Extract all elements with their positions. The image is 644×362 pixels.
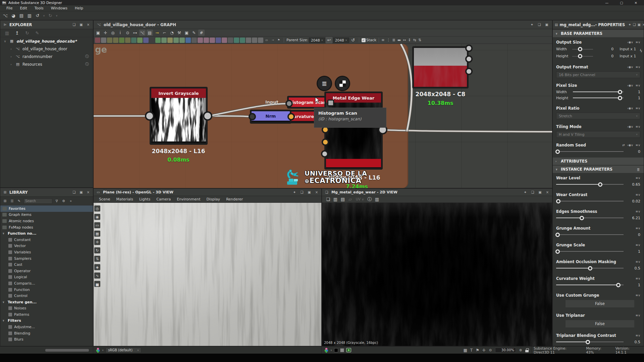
param-toggle-button[interactable]: False xyxy=(566,300,634,307)
slider-knob[interactable] xyxy=(588,266,592,270)
histogram-icon[interactable]: ▥ xyxy=(374,196,380,203)
monitor-icon[interactable] xyxy=(346,348,351,352)
library-item-cast[interactable]: Cast xyxy=(0,261,93,268)
slider-track[interactable] xyxy=(556,251,624,252)
menu-icon[interactable]: ≡∨ xyxy=(636,84,640,87)
output-connector[interactable] xyxy=(465,68,473,75)
section-instance-parameters[interactable]: ∨INSTANCE PARAMETERS≣ xyxy=(553,166,644,173)
distribute-v-icon[interactable]: ↔ xyxy=(403,38,406,42)
menu-environment[interactable]: Environment xyxy=(174,197,203,201)
frame-icon[interactable]: ▣ xyxy=(95,29,101,36)
menu-icon[interactable]: ≣ xyxy=(636,167,641,172)
node-palette-icon-14[interactable] xyxy=(179,38,185,43)
redo-icon[interactable]: ↻ xyxy=(47,12,54,19)
minimize-button[interactable]: — xyxy=(605,1,608,5)
tiling-icon[interactable]: ▦ xyxy=(463,348,467,353)
size-link-icon[interactable]: ↩ xyxy=(326,37,332,44)
node-palette-icon-27[interactable] xyxy=(258,38,263,43)
slider-track[interactable] xyxy=(572,49,593,50)
node-palette-icon-6[interactable] xyxy=(131,38,137,43)
distribute-h-icon[interactable]: ▬ xyxy=(397,38,401,42)
comment-icon[interactable]: ▭ xyxy=(264,38,269,43)
text-icon[interactable]: T xyxy=(470,348,473,353)
maximize-icon[interactable]: ▣ xyxy=(307,190,312,195)
background-gray-swatch[interactable] xyxy=(340,348,344,352)
library-item-graph-items[interactable]: Graph items xyxy=(0,212,93,218)
slider-knob[interactable] xyxy=(616,283,621,287)
slider-knob[interactable] xyxy=(580,216,584,220)
slider-knob[interactable] xyxy=(555,149,560,154)
function-icon[interactable]: ›◉∨ xyxy=(627,125,633,128)
list-icon[interactable]: ☰ xyxy=(9,198,15,204)
snap-icon[interactable]: ◈ xyxy=(94,264,100,270)
node-palette-icon-11[interactable] xyxy=(161,38,167,43)
menu-lights[interactable]: Lights xyxy=(137,197,153,201)
layers-icon[interactable]: ▤ xyxy=(147,29,153,36)
slider-track[interactable] xyxy=(572,56,593,57)
node-palette-icon-22[interactable] xyxy=(228,38,233,43)
save-icon[interactable]: ▥ xyxy=(332,196,339,203)
node-palette-icon-5[interactable] xyxy=(125,38,130,43)
input-connector[interactable] xyxy=(285,100,293,107)
background-black-swatch[interactable] xyxy=(334,348,338,352)
menu-display[interactable]: Display xyxy=(204,197,223,201)
slider-knob[interactable] xyxy=(618,90,622,94)
node-output-c8[interactable] xyxy=(412,46,469,88)
node-palette-icon-7[interactable] xyxy=(137,38,143,43)
float-icon[interactable]: ❏ xyxy=(71,190,77,195)
library-item-atomic-nodes[interactable]: Atomic nodes xyxy=(0,218,93,224)
menu-windows[interactable]: Windows xyxy=(47,5,71,11)
graph-canvas[interactable]: ge Input Invert Grayscale 204 xyxy=(94,44,552,188)
pin-node-icon[interactable]: ⚑ xyxy=(276,38,281,43)
library-item-filters[interactable]: ∨Filters xyxy=(0,318,93,324)
tree-item-old-village-house-door-sbs[interactable]: ∨▦old_village_house_door.sbs* xyxy=(0,37,93,45)
info-icon[interactable]: ⓘ xyxy=(85,54,89,59)
node-palette-icon-21[interactable] xyxy=(222,38,227,43)
pin-icon[interactable]: ✦ xyxy=(529,22,535,27)
tools-icon[interactable]: ⚒ xyxy=(176,29,182,36)
close-button[interactable]: ✕ xyxy=(635,1,637,5)
menu-icon[interactable]: ≡∨ xyxy=(636,294,640,297)
input-connector[interactable] xyxy=(145,111,154,121)
transform-icon[interactable]: ▱ xyxy=(347,196,354,203)
menu-edit[interactable]: Edit xyxy=(16,5,31,11)
paint-icon[interactable]: ✎ xyxy=(191,29,197,36)
slider-track[interactable] xyxy=(556,268,624,268)
image-icon[interactable]: ▣ xyxy=(183,29,190,36)
wire-icon[interactable]: ⌐ xyxy=(161,29,168,36)
yellow-link-icon[interactable]: ⊸ xyxy=(154,29,160,36)
light-icon[interactable]: ◉ xyxy=(94,214,100,220)
pin-icon[interactable]: ✦ xyxy=(523,190,528,195)
scale-icon[interactable]: ⇅ xyxy=(94,256,100,262)
save-icon[interactable]: ▥ xyxy=(26,12,33,19)
clean-icon[interactable]: ✎ xyxy=(34,30,41,37)
slider-knob[interactable] xyxy=(586,340,590,344)
view3d-viewport[interactable]: ◎◉▭▦✛↻⇅◈∿▅ xyxy=(94,203,321,346)
snap-icon[interactable]: ⇅ xyxy=(418,38,421,42)
float-icon[interactable]: ❏ xyxy=(299,190,305,195)
node-palette-icon-3[interactable] xyxy=(113,38,118,43)
save-icon[interactable]: ▥ xyxy=(4,30,10,37)
align-center-icon[interactable]: ⋮ xyxy=(386,38,390,42)
edit-icon[interactable]: ✎ xyxy=(16,198,22,204)
node-palette-icon-17[interactable] xyxy=(198,38,203,43)
output-connector[interactable] xyxy=(203,111,212,121)
size-select[interactable]: 2048∨ xyxy=(333,38,349,43)
menu-icon[interactable]: ≡∨ xyxy=(636,107,640,110)
library-item-constant[interactable]: Constant xyxy=(0,237,93,243)
output-connector[interactable] xyxy=(327,100,334,106)
caret-icon[interactable]: › xyxy=(9,47,13,51)
slider-knob[interactable] xyxy=(556,199,560,203)
info-icon[interactable]: ⓘ xyxy=(85,62,89,67)
rotate-icon[interactable]: ↻ xyxy=(94,247,100,253)
stats-icon[interactable]: ▅ xyxy=(94,281,100,287)
size-reset-icon[interactable]: ↺ xyxy=(350,37,357,44)
scrollbar-thumb[interactable] xyxy=(45,349,89,352)
library-item-fxmap-nodes[interactable]: FxMap nodes xyxy=(0,224,93,231)
zoom-in-icon[interactable]: ⊕ xyxy=(518,348,523,353)
undo-icon[interactable]: ↺ xyxy=(34,12,41,19)
menu-icon[interactable]: ≡∨ xyxy=(636,41,640,44)
layers-icon[interactable]: ▤ xyxy=(339,196,346,203)
library-item-adjustme[interactable]: Adjustme... xyxy=(0,324,93,330)
curvature-input-connector[interactable] xyxy=(287,113,295,120)
